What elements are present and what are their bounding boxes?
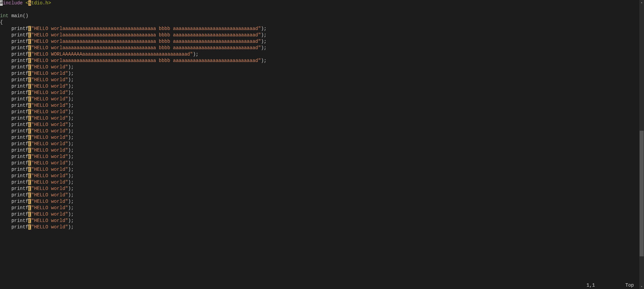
code-line: printf("HELLO world"); (0, 154, 639, 160)
code-line: printf("HELLO world"); (0, 102, 639, 109)
code-line: printf("HELLO world"); (0, 83, 639, 90)
code-line: printf("HELLO world"); (0, 218, 639, 224)
code-line: printf("HELLO world"); (0, 166, 639, 173)
code-line: printf("HELLO world"); (0, 64, 639, 70)
code-area[interactable]: #include <stdio.h>int main(){ printf("HE… (0, 0, 639, 282)
code-line: printf("HELLO world"); (0, 205, 639, 211)
code-line: printf("HELLO world"); (0, 128, 639, 134)
code-line: printf("HELLO world"); (0, 173, 639, 179)
code-line: printf("HELLO world"); (0, 224, 639, 230)
code-line: printf("HELLO worlaaaaaaaaaaaaaaaaaaaaaa… (0, 58, 639, 64)
code-line: printf("HELLO world"); (0, 115, 639, 122)
code-line: int main() (0, 13, 639, 19)
scroll-down-arrow-icon[interactable]: ▾ (639, 284, 644, 289)
code-line: printf("HELLO world"); (0, 198, 639, 205)
editor-viewport[interactable]: #include <stdio.h>int main(){ printf("HE… (0, 0, 644, 289)
status-bar: 1,1 Top (0, 282, 639, 289)
code-line: printf("HELLO world"); (0, 179, 639, 186)
scrollbar-thumb[interactable] (640, 131, 644, 257)
cursor-position: 1,1 (587, 282, 595, 289)
scroll-position: Top (625, 282, 634, 289)
code-line: printf("HELLO worlaaaaaaaaaaaaaaaaaaaaaa… (0, 26, 639, 32)
scrollbar-track[interactable] (639, 5, 644, 284)
vertical-scrollbar[interactable]: ▴ ▾ (639, 0, 644, 289)
code-line: printf("HELLO world"); (0, 211, 639, 218)
code-line: printf("HELLO world"); (0, 122, 639, 128)
code-line: printf("HELLO worlaaaaaaaaaaaaaaaaaaaaaa… (0, 32, 639, 38)
code-line (0, 6, 639, 13)
code-line: printf("HELLO world"); (0, 186, 639, 192)
code-line: { (0, 19, 639, 26)
code-line: printf("HELLO world"); (0, 141, 639, 147)
code-line: printf("HELLO world"); (0, 192, 639, 198)
code-line: printf("HELLO worlaaaaaaaaaaaaaaaaaaaaaa… (0, 38, 639, 45)
code-line: printf("HELLO world"); (0, 70, 639, 77)
code-line: printf("HELLO world"); (0, 147, 639, 154)
code-line: printf("HELLO world"); (0, 96, 639, 102)
scroll-up-arrow-icon[interactable]: ▴ (639, 0, 644, 5)
code-line: printf("HELLO world"); (0, 160, 639, 166)
code-line: printf("HELLO worlaaaaaaaaaaaaaaaaaaaaaa… (0, 45, 639, 51)
code-line: printf("HELLO world"); (0, 90, 639, 96)
code-line: printf("HELLO world"); (0, 109, 639, 115)
code-line: printf("HELLO world"); (0, 77, 639, 83)
code-line: #include <stdio.h> (0, 0, 639, 6)
code-line: printf("HELLO WORLAAAAAAAaaaaaaaaaaaaaaa… (0, 51, 639, 58)
code-line: printf("HELLO world"); (0, 134, 639, 141)
